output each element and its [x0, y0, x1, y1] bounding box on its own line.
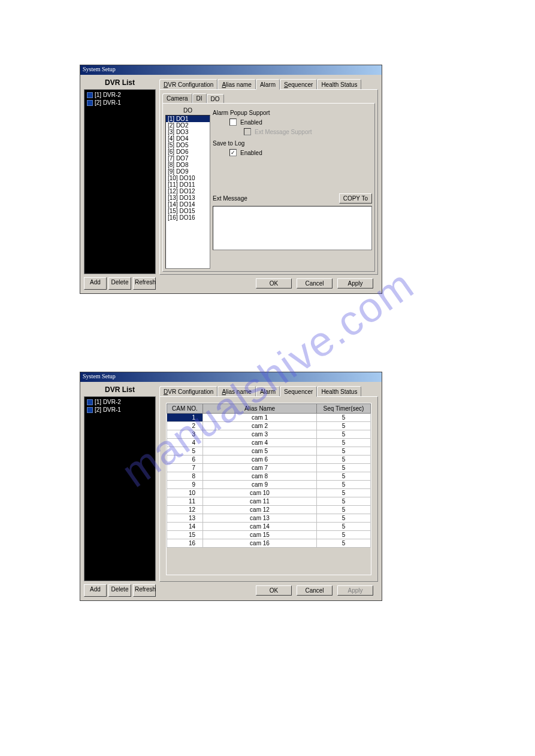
- do-item-3[interactable]: [3] DO3: [166, 129, 210, 135]
- tab-health-status[interactable]: Health Status: [317, 79, 361, 89]
- cell-alias[interactable]: cam 15: [203, 531, 317, 539]
- dvr-tree[interactable]: [1] DVR-2 [2] DVR-1: [84, 396, 156, 581]
- table-row[interactable]: 15cam 155: [167, 531, 371, 539]
- cell-cam-no[interactable]: 9: [167, 481, 203, 489]
- tab-sequencer[interactable]: Sequencer: [280, 79, 317, 89]
- enabled-log-checkbox[interactable]: [229, 149, 237, 156]
- cell-cam-no[interactable]: 3: [167, 430, 203, 439]
- do-item-15[interactable]: [15] DO15: [166, 208, 210, 214]
- tree-item-dvr2[interactable]: [1] DVR-2: [86, 91, 154, 99]
- subtab-di[interactable]: DI: [192, 93, 207, 103]
- cell-seq-timer[interactable]: 5: [317, 456, 371, 464]
- tab-health-status[interactable]: Health Status: [317, 386, 361, 396]
- table-row[interactable]: 12cam 125: [167, 506, 371, 514]
- cell-alias[interactable]: cam 10: [203, 489, 317, 497]
- copy-to-button[interactable]: COPY To: [339, 193, 372, 204]
- cancel-button[interactable]: Cancel: [297, 585, 333, 596]
- table-row[interactable]: 8cam 85: [167, 472, 371, 481]
- cell-cam-no[interactable]: 4: [167, 439, 203, 447]
- cell-cam-no[interactable]: 15: [167, 531, 203, 539]
- table-row[interactable]: 1cam 15: [167, 414, 371, 422]
- tree-item-dvr2[interactable]: [1] DVR-2: [86, 398, 154, 406]
- do-item-1[interactable]: [1] DO1: [166, 116, 210, 122]
- cell-seq-timer[interactable]: 5: [317, 414, 371, 422]
- refresh-button[interactable]: Refresh: [133, 584, 156, 597]
- do-item-9[interactable]: [9] DO9: [166, 168, 210, 175]
- cell-cam-no[interactable]: 13: [167, 514, 203, 523]
- table-row[interactable]: 11cam 115: [167, 497, 371, 506]
- col-seq-timer[interactable]: Seq Timer(sec): [317, 404, 371, 414]
- tab-alias-name[interactable]: Alias name: [217, 79, 255, 89]
- do-item-8[interactable]: [8] DO8: [166, 162, 210, 168]
- cancel-button[interactable]: Cancel: [297, 278, 333, 289]
- cell-seq-timer[interactable]: 5: [317, 439, 371, 447]
- cell-cam-no[interactable]: 12: [167, 506, 203, 514]
- table-row[interactable]: 2cam 25: [167, 422, 371, 430]
- delete-button[interactable]: Delete: [108, 584, 131, 597]
- do-item-13[interactable]: [13] DO13: [166, 195, 210, 201]
- table-row[interactable]: 16cam 165: [167, 539, 371, 548]
- cell-seq-timer[interactable]: 5: [317, 430, 371, 439]
- dvr-tree[interactable]: [1] DVR-2 [2] DVR-1: [84, 89, 156, 274]
- cell-cam-no[interactable]: 5: [167, 447, 203, 456]
- cell-alias[interactable]: cam 9: [203, 481, 317, 489]
- tab-sequencer[interactable]: Sequencer: [280, 386, 317, 397]
- do-item-5[interactable]: [5] DO5: [166, 142, 210, 148]
- do-item-7[interactable]: [7] DO7: [166, 155, 210, 162]
- tab-alarm[interactable]: Alarm: [256, 79, 280, 90]
- enabled-popup-checkbox[interactable]: [229, 119, 237, 126]
- cell-seq-timer[interactable]: 5: [317, 422, 371, 430]
- table-row[interactable]: 7cam 75: [167, 464, 371, 472]
- do-item-2[interactable]: [2] DO2: [166, 122, 210, 129]
- subtab-camera[interactable]: Camera: [162, 93, 192, 103]
- cell-seq-timer[interactable]: 5: [317, 514, 371, 523]
- cell-cam-no[interactable]: 1: [167, 414, 203, 422]
- cell-alias[interactable]: cam 16: [203, 539, 317, 548]
- table-row[interactable]: 3cam 35: [167, 430, 371, 439]
- do-item-14[interactable]: [14] DO14: [166, 201, 210, 208]
- cell-alias[interactable]: cam 14: [203, 523, 317, 531]
- cell-alias[interactable]: cam 4: [203, 439, 317, 447]
- ok-button[interactable]: OK: [256, 585, 292, 596]
- apply-button[interactable]: Apply: [337, 585, 373, 596]
- cell-alias[interactable]: cam 5: [203, 447, 317, 456]
- do-list[interactable]: [1] DO1 [2] DO2 [3] DO3 [4] DO4 [5] DO5 …: [165, 115, 210, 269]
- cell-seq-timer[interactable]: 5: [317, 472, 371, 481]
- table-row[interactable]: 6cam 65: [167, 456, 371, 464]
- cell-seq-timer[interactable]: 5: [317, 481, 371, 489]
- do-item-6[interactable]: [6] DO6: [166, 148, 210, 155]
- tab-dvr-configuration[interactable]: DVR Configuration: [159, 386, 217, 396]
- cell-alias[interactable]: cam 12: [203, 506, 317, 514]
- cell-seq-timer[interactable]: 5: [317, 539, 371, 548]
- tab-alias-name[interactable]: Alias name: [217, 386, 255, 396]
- cell-cam-no[interactable]: 11: [167, 497, 203, 506]
- table-row[interactable]: 9cam 95: [167, 481, 371, 489]
- cell-alias[interactable]: cam 2: [203, 422, 317, 430]
- cell-alias[interactable]: cam 11: [203, 497, 317, 506]
- do-item-10[interactable]: [10] DO10: [166, 175, 210, 181]
- table-row[interactable]: 5cam 55: [167, 447, 371, 456]
- cell-cam-no[interactable]: 14: [167, 523, 203, 531]
- cell-cam-no[interactable]: 7: [167, 464, 203, 472]
- tree-item-dvr1[interactable]: [2] DVR-1: [86, 99, 154, 107]
- ok-button[interactable]: OK: [256, 278, 292, 289]
- sequencer-table[interactable]: CAM NO. Alias Name Seq Timer(sec) 1cam 1…: [167, 403, 371, 548]
- apply-button[interactable]: Apply: [337, 278, 373, 289]
- cell-alias[interactable]: cam 1: [203, 414, 317, 422]
- refresh-button[interactable]: Refresh: [133, 277, 156, 290]
- cell-seq-timer[interactable]: 5: [317, 489, 371, 497]
- cell-cam-no[interactable]: 10: [167, 489, 203, 497]
- do-item-12[interactable]: [12] DO12: [166, 188, 210, 195]
- cell-seq-timer[interactable]: 5: [317, 464, 371, 472]
- subtab-do[interactable]: DO: [207, 94, 224, 104]
- cell-alias[interactable]: cam 7: [203, 464, 317, 472]
- cell-cam-no[interactable]: 6: [167, 456, 203, 464]
- cell-alias[interactable]: cam 13: [203, 514, 317, 523]
- add-button[interactable]: Add: [84, 277, 107, 290]
- do-item-16[interactable]: [16] DO16: [166, 214, 210, 221]
- cell-alias[interactable]: cam 8: [203, 472, 317, 481]
- col-cam-no[interactable]: CAM NO.: [167, 404, 203, 414]
- do-item-4[interactable]: [4] DO4: [166, 135, 210, 142]
- table-row[interactable]: 13cam 135: [167, 514, 371, 523]
- ext-message-textarea[interactable]: [213, 206, 372, 250]
